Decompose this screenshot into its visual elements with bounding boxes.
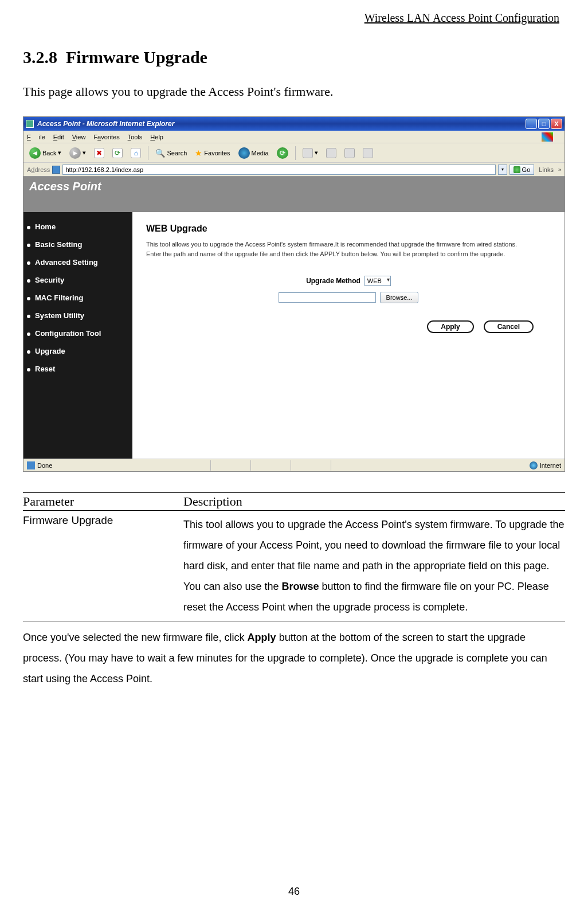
apply-button[interactable]: Apply bbox=[427, 320, 473, 333]
status-bar: Done Internet bbox=[23, 459, 565, 471]
window-titlebar: Access Point - Microsoft Internet Explor… bbox=[23, 117, 565, 131]
toolbar: ◄Back ▾ ► ▾ ✖ ⟳ ⌂ 🔍Search ★Favorites Med… bbox=[23, 143, 565, 163]
favorites-button[interactable]: ★Favorites bbox=[193, 147, 232, 159]
page-number: 46 bbox=[0, 886, 588, 898]
header-parameter: Parameter bbox=[23, 494, 183, 509]
stop-button[interactable]: ✖ bbox=[92, 147, 107, 159]
go-icon bbox=[513, 166, 520, 173]
upgrade-method-row: Upgrade Method WEB bbox=[146, 276, 551, 286]
sidebar-item-mac-filtering[interactable]: MAC Filtering bbox=[23, 289, 132, 307]
followup-paragraph: Once you've selected the new firmware fi… bbox=[23, 627, 565, 689]
menu-tools[interactable]: Tools bbox=[128, 134, 143, 140]
back-icon: ◄ bbox=[29, 147, 41, 159]
edit-icon bbox=[344, 148, 355, 158]
page-icon bbox=[52, 166, 60, 174]
section-title-text: Firmware Upgrade bbox=[66, 48, 207, 66]
address-dropdown[interactable]: ▾ bbox=[498, 165, 507, 175]
mail-icon bbox=[303, 148, 313, 158]
sidebar-item-advanced-setting[interactable]: Advanced Setting bbox=[23, 253, 132, 271]
print-icon bbox=[326, 148, 336, 158]
address-input[interactable] bbox=[62, 165, 495, 175]
page-description: This tool allows you to upgrade the Acce… bbox=[146, 240, 551, 259]
menu-help[interactable]: Help bbox=[150, 134, 163, 140]
menu-favorites[interactable]: Favorites bbox=[93, 134, 119, 140]
discuss-icon bbox=[363, 148, 373, 158]
file-path-input[interactable] bbox=[279, 292, 376, 303]
ie-icon bbox=[26, 120, 34, 128]
media-button[interactable]: Media bbox=[236, 146, 271, 160]
intro-paragraph: This page allows you to upgrade the Acce… bbox=[23, 84, 565, 99]
param-name: Firmware Upgrade bbox=[23, 514, 183, 617]
history-icon: ⟳ bbox=[277, 147, 288, 159]
upgrade-method-select[interactable]: WEB bbox=[364, 276, 391, 286]
page-banner: Access Point bbox=[23, 177, 565, 212]
sidebar-nav: Home Basic Setting Advanced Setting Secu… bbox=[23, 212, 132, 459]
ie-logo-icon bbox=[542, 132, 553, 142]
param-description: This tool allows you to upgrade the Acce… bbox=[183, 514, 565, 617]
links-chevron-icon[interactable]: » bbox=[558, 167, 561, 173]
minimize-button[interactable]: _ bbox=[526, 119, 537, 129]
action-buttons: Apply Cancel bbox=[146, 320, 551, 333]
status-page-icon bbox=[27, 461, 35, 469]
table-row: Firmware Upgrade This tool allows you to… bbox=[23, 511, 565, 621]
status-text: Done bbox=[37, 462, 52, 469]
sidebar-item-system-utility[interactable]: System Utility bbox=[23, 307, 132, 324]
mail-button[interactable]: ▾ bbox=[300, 147, 320, 159]
go-button[interactable]: Go bbox=[509, 165, 535, 175]
discuss-button[interactable] bbox=[360, 147, 375, 159]
home-icon: ⌂ bbox=[131, 148, 141, 158]
menu-bar: File Edit View Favorites Tools Help bbox=[23, 131, 565, 143]
table-header-row: Parameter Description bbox=[23, 493, 565, 510]
sidebar-item-reset[interactable]: Reset bbox=[23, 360, 132, 378]
address-bar: Address ▾ Go Links » bbox=[23, 163, 565, 177]
parameter-table: Parameter Description Firmware Upgrade T… bbox=[23, 492, 565, 621]
close-button[interactable]: X bbox=[551, 119, 562, 129]
sidebar-item-security[interactable]: Security bbox=[23, 271, 132, 289]
forward-icon: ► bbox=[69, 147, 81, 159]
menu-file[interactable]: File bbox=[27, 134, 45, 140]
back-button[interactable]: ◄Back ▾ bbox=[27, 146, 64, 160]
menu-edit[interactable]: Edit bbox=[53, 134, 64, 140]
print-button[interactable] bbox=[324, 147, 339, 159]
file-row: Browse... bbox=[146, 292, 551, 303]
history-button[interactable]: ⟳ bbox=[275, 146, 291, 160]
menu-view[interactable]: View bbox=[72, 134, 86, 140]
edit-button[interactable] bbox=[342, 147, 357, 159]
home-button[interactable]: ⌂ bbox=[128, 147, 143, 159]
page-title: WEB Upgrade bbox=[146, 224, 551, 234]
maximize-button[interactable]: □ bbox=[538, 119, 550, 129]
star-icon: ★ bbox=[195, 148, 202, 158]
browser-window: Access Point - Microsoft Internet Explor… bbox=[23, 116, 565, 472]
address-label: Address bbox=[27, 166, 50, 173]
search-button[interactable]: 🔍Search bbox=[153, 147, 189, 159]
media-icon bbox=[238, 147, 250, 159]
browse-button[interactable]: Browse... bbox=[380, 292, 419, 303]
section-heading: 3.2.8 Firmware Upgrade bbox=[23, 48, 565, 67]
window-title: Access Point - Microsoft Internet Explor… bbox=[37, 120, 174, 128]
zone-text: Internet bbox=[540, 462, 561, 469]
links-label[interactable]: Links bbox=[536, 166, 556, 173]
stop-icon: ✖ bbox=[94, 148, 104, 158]
sidebar-item-basic-setting[interactable]: Basic Setting bbox=[23, 236, 132, 253]
refresh-button[interactable]: ⟳ bbox=[110, 147, 125, 159]
search-icon: 🔍 bbox=[155, 148, 165, 158]
sidebar-item-upgrade[interactable]: Upgrade bbox=[23, 342, 132, 360]
forward-button[interactable]: ► ▾ bbox=[67, 146, 88, 160]
main-content: WEB Upgrade This tool allows you to upgr… bbox=[132, 212, 565, 459]
refresh-icon: ⟳ bbox=[112, 148, 123, 158]
banner-title: Access Point bbox=[29, 180, 101, 193]
section-number: 3.2.8 bbox=[23, 48, 57, 66]
header-description: Description bbox=[183, 494, 565, 509]
sidebar-item-configuration-tool[interactable]: Configuration Tool bbox=[23, 324, 132, 342]
internet-zone-icon bbox=[530, 461, 538, 469]
sidebar-item-home[interactable]: Home bbox=[23, 218, 132, 236]
running-header: Wireless LAN Access Point Configuration bbox=[23, 11, 565, 25]
cancel-button[interactable]: Cancel bbox=[484, 320, 534, 333]
upgrade-method-label: Upgrade Method bbox=[306, 277, 360, 285]
